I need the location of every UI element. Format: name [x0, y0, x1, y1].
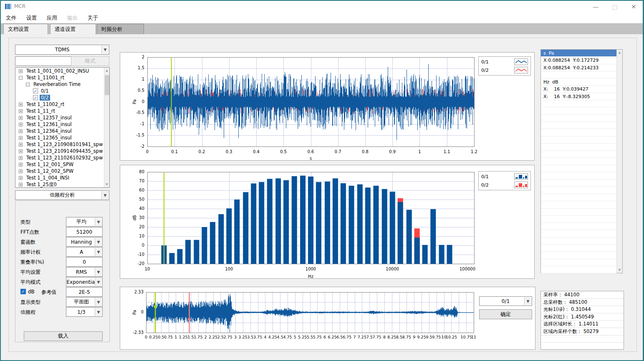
cursor-list-row[interactable]: Hz dB: [541, 78, 616, 86]
expand-icon[interactable]: +: [19, 69, 23, 73]
expand-icon[interactable]: +: [19, 183, 23, 187]
cursor-list-scrollbar[interactable]: ▲ ▼: [616, 50, 622, 273]
tree-item[interactable]: +Test 1_12365_insul: [15, 134, 109, 141]
cursor-list-row[interactable]: [541, 151, 616, 158]
form-select-频率计权[interactable]: A▼: [66, 247, 103, 257]
scroll-up-icon[interactable]: ▲: [617, 50, 622, 56]
cursor-list-row[interactable]: X:0.088254 Y:0.214233: [541, 64, 616, 71]
form-select-平均模式[interactable]: Exponential▼: [66, 277, 103, 287]
tree-item[interactable]: +Test 1_1_004_INSI: [15, 174, 109, 181]
menu-item-设置[interactable]: 设置: [26, 15, 37, 22]
spectrum-chart[interactable]: [120, 165, 534, 278]
tab-通道设置[interactable]: 通道设置: [50, 24, 96, 34]
expand-icon[interactable]: +: [19, 116, 23, 120]
close-button[interactable]: ✕: [624, 0, 643, 13]
cursor-list-row[interactable]: [541, 187, 616, 194]
analysis-type-combo[interactable]: 倍频程分析 ▼: [15, 190, 109, 200]
form-select-窗函数[interactable]: Hanning▼: [66, 237, 103, 247]
tree-item[interactable]: +Test 1_12364_insul: [15, 128, 109, 134]
cursor-list-row[interactable]: [541, 266, 616, 273]
cursor-list-row[interactable]: [541, 122, 616, 129]
expand-icon[interactable]: +: [19, 136, 23, 140]
tree-item[interactable]: +Test 1_25度0: [15, 181, 109, 188]
cursor-list-row[interactable]: [541, 209, 616, 216]
cursor-list-row[interactable]: [541, 71, 616, 78]
tree-item[interactable]: +Test 1_12_001_SPW: [15, 161, 109, 168]
collapse-icon[interactable]: -: [26, 83, 30, 86]
format-button[interactable]: 格式: [71, 56, 109, 66]
collapse-icon[interactable]: -: [19, 76, 23, 80]
filter-input[interactable]: [15, 56, 71, 66]
cursor-list-row[interactable]: [541, 107, 616, 114]
expand-icon[interactable]: +: [19, 123, 23, 126]
cursor-list-row[interactable]: [541, 129, 616, 136]
load-button[interactable]: 载入: [24, 331, 103, 341]
cursor-list-row[interactable]: [541, 216, 616, 223]
tree-item[interactable]: +Test 1_11002_rt: [15, 101, 109, 108]
menu-item-关于[interactable]: 关于: [88, 15, 98, 22]
time-waveform-chart[interactable]: [120, 53, 534, 160]
tree-item[interactable]: +Test 1_123_211026102932_spw: [15, 154, 109, 161]
tree-item[interactable]: +Test 1_11_rt: [15, 108, 109, 114]
tab-时频分析[interactable]: 时频分析: [97, 24, 144, 34]
cursor-list-row[interactable]: [541, 230, 616, 237]
minimize-button[interactable]: —: [586, 0, 605, 13]
expand-icon[interactable]: +: [19, 169, 23, 173]
cursor-list-header[interactable]: s Pa: [541, 50, 616, 57]
legend-row[interactable]: 0/2: [479, 66, 530, 74]
scroll-down-icon[interactable]: ▼: [104, 182, 109, 187]
expand-icon[interactable]: +: [19, 149, 23, 153]
cursor-list-row[interactable]: [541, 100, 616, 107]
expand-icon[interactable]: +: [19, 163, 23, 167]
db-checkbox[interactable]: ✓: [20, 289, 26, 294]
tree-item[interactable]: +Test 1_123_210914094435_spw: [15, 148, 109, 154]
legend-row[interactable]: 0/1: [479, 172, 530, 181]
cursor-list-row[interactable]: [541, 172, 616, 179]
tree-item[interactable]: -Reverberation Time: [15, 81, 109, 88]
menu-item-文件[interactable]: 文件: [6, 15, 16, 22]
form-input-FFT点数[interactable]: 51200: [66, 227, 103, 237]
file-format-combo[interactable]: TDMS ▼: [15, 45, 109, 55]
tree-item[interactable]: +Test 1_12_002_SPW: [15, 168, 109, 174]
expand-icon[interactable]: +: [19, 129, 23, 133]
expand-icon[interactable]: +: [19, 176, 23, 180]
expand-icon[interactable]: +: [19, 109, 23, 113]
tree-item[interactable]: ✓0/2: [15, 94, 109, 101]
expand-icon[interactable]: +: [19, 103, 23, 106]
tree-item[interactable]: +Test 1_12361_insul: [15, 121, 109, 128]
legend-row[interactable]: 0/2: [479, 181, 530, 189]
expand-icon[interactable]: +: [19, 143, 23, 146]
menu-item-输出[interactable]: 输出: [67, 15, 78, 22]
form-select-倍频程[interactable]: 1/3▼: [66, 307, 103, 317]
scroll-up-icon[interactable]: ▲: [104, 68, 109, 73]
cursor-list-row[interactable]: X:0.088254 Y:0.172729: [541, 57, 616, 64]
tree-checkbox[interactable]: ✓: [33, 95, 38, 100]
cursor-list-row[interactable]: [541, 237, 616, 245]
cursor-list-row[interactable]: [541, 194, 616, 201]
tab-文档设置[interactable]: 文档设置: [3, 24, 48, 34]
cursor-list-row[interactable]: [541, 115, 616, 122]
record-overview-chart[interactable]: [120, 287, 535, 349]
cursor-list-row[interactable]: [541, 179, 616, 187]
reference-value-input[interactable]: 2E-5: [66, 287, 103, 297]
cursor-list-row[interactable]: [541, 158, 616, 165]
menu-item-应用[interactable]: 应用: [47, 15, 57, 22]
tree-item[interactable]: +Test 1_001_001_002_INSU: [15, 68, 109, 74]
tree-item[interactable]: ✓0/1: [15, 88, 109, 94]
confirm-button[interactable]: 确定: [479, 309, 532, 319]
cursor-list-row[interactable]: [541, 245, 616, 252]
cursor-list-row[interactable]: [541, 165, 616, 172]
form-select-类型[interactable]: 平均▼: [66, 217, 103, 227]
tree-checkbox[interactable]: ✓: [33, 88, 38, 93]
tree-item[interactable]: +Test 1_12357_insul: [15, 114, 109, 121]
expand-icon[interactable]: +: [19, 156, 23, 160]
cursor-list-row[interactable]: [541, 223, 616, 230]
cursor-list-row[interactable]: X: 16 Y:0.039427: [541, 86, 616, 93]
tree-item[interactable]: -Test 1_11001_rt: [15, 74, 109, 81]
cursor-list-row[interactable]: X: 16 Y:-8.329305: [541, 93, 616, 100]
tree-item[interactable]: +Test 1_123_210908101941_spw: [15, 141, 109, 148]
tree-scrollbar[interactable]: ▲ ▼: [104, 68, 109, 187]
cursor-list-row[interactable]: [541, 259, 616, 266]
cursor-list-row[interactable]: [541, 252, 616, 259]
maximize-button[interactable]: □: [605, 0, 624, 13]
